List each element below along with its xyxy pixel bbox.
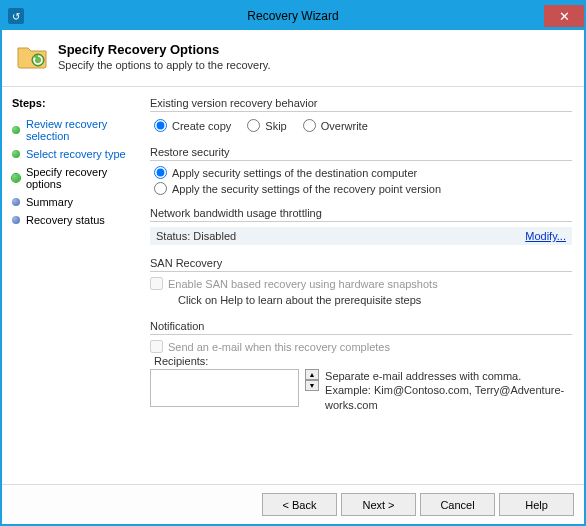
modify-link[interactable]: Modify...	[525, 230, 566, 242]
wizard-footer: < Back Next > Cancel Help	[2, 484, 584, 524]
radio-security-recovery-point[interactable]	[154, 182, 167, 195]
option-label: Apply the security settings of the recov…	[172, 183, 441, 195]
recipients-label: Recipients:	[154, 355, 572, 367]
steps-sidebar: Steps: Review recovery selection Select …	[2, 87, 144, 484]
step-bullet-icon	[12, 198, 20, 206]
step-bullet-icon	[12, 150, 20, 158]
page-header: Specify Recovery Options Specify the opt…	[2, 30, 584, 87]
group-title: Existing version recovery behavior	[150, 97, 572, 112]
page-subtitle: Specify the options to apply to the reco…	[58, 59, 271, 71]
recipients-spinner: ▲ ▼	[305, 369, 319, 391]
group-title: Notification	[150, 320, 572, 335]
step-bullet-icon	[12, 126, 20, 134]
radio-skip[interactable]	[247, 119, 260, 132]
option-security-recovery-point[interactable]: Apply the security settings of the recov…	[154, 182, 568, 195]
option-label: Send an e-mail when this recovery comple…	[168, 341, 390, 353]
step-bullet-icon	[12, 216, 20, 224]
step-bullet-icon	[12, 174, 20, 182]
group-title: Network bandwidth usage throttling	[150, 207, 572, 222]
option-label: Create copy	[172, 120, 231, 132]
titlebar: ↺ Recovery Wizard ✕	[2, 2, 584, 30]
option-create-copy[interactable]: Create copy	[154, 119, 231, 132]
recovery-folder-icon	[16, 40, 48, 72]
next-button[interactable]: Next >	[341, 493, 416, 516]
group-restore-security: Restore security Apply security settings…	[150, 146, 572, 195]
option-security-destination[interactable]: Apply security settings of the destinati…	[154, 166, 568, 179]
cancel-button[interactable]: Cancel	[420, 493, 495, 516]
group-title: SAN Recovery	[150, 257, 572, 272]
step-review-recovery-selection[interactable]: Review recovery selection	[12, 115, 138, 145]
checkbox-send-email	[150, 340, 163, 353]
checkbox-san-enable	[150, 277, 163, 290]
spinner-up-button[interactable]: ▲	[305, 369, 319, 380]
status-value: Disabled	[193, 230, 236, 242]
step-label: Select recovery type	[26, 148, 126, 160]
group-version-behavior: Existing version recovery behavior Creat…	[150, 97, 572, 134]
throttling-status-row: Status: Disabled Modify...	[150, 227, 572, 245]
option-label: Skip	[265, 120, 286, 132]
step-summary: Summary	[12, 193, 138, 211]
step-label: Summary	[26, 196, 73, 208]
recipients-hint: Separate e-mail addresses with comma. Ex…	[325, 369, 572, 412]
wizard-window: ↺ Recovery Wizard ✕ Specify Recovery Opt…	[0, 0, 586, 526]
option-label: Enable SAN based recovery using hardware…	[168, 278, 438, 290]
san-help-note: Click on Help to learn about the prerequ…	[150, 290, 572, 308]
group-notification: Notification Send an e-mail when this re…	[150, 320, 572, 412]
step-specify-recovery-options: Specify recovery options	[12, 163, 138, 193]
recipients-input[interactable]	[150, 369, 299, 407]
hint-line: Separate e-mail addresses with comma.	[325, 369, 572, 383]
group-san-recovery: SAN Recovery Enable SAN based recovery u…	[150, 257, 572, 308]
option-overwrite[interactable]: Overwrite	[303, 119, 368, 132]
window-title: Recovery Wizard	[2, 9, 584, 23]
option-skip[interactable]: Skip	[247, 119, 286, 132]
page-title: Specify Recovery Options	[58, 42, 271, 57]
step-recovery-status: Recovery status	[12, 211, 138, 229]
spinner-down-button[interactable]: ▼	[305, 380, 319, 391]
steps-heading: Steps:	[12, 97, 138, 109]
option-label: Overwrite	[321, 120, 368, 132]
radio-overwrite[interactable]	[303, 119, 316, 132]
group-title: Restore security	[150, 146, 572, 161]
option-label: Apply security settings of the destinati…	[172, 167, 417, 179]
content-pane: Existing version recovery behavior Creat…	[144, 87, 584, 484]
step-label: Recovery status	[26, 214, 105, 226]
hint-line: Example: Kim@Contoso.com, Terry@Adventur…	[325, 383, 572, 412]
radio-security-destination[interactable]	[154, 166, 167, 179]
step-label: Review recovery selection	[26, 118, 138, 142]
radio-create-copy[interactable]	[154, 119, 167, 132]
back-button[interactable]: < Back	[262, 493, 337, 516]
status-label: Status:	[156, 230, 190, 242]
step-label: Specify recovery options	[26, 166, 138, 190]
help-button[interactable]: Help	[499, 493, 574, 516]
option-san-enable: Enable SAN based recovery using hardware…	[150, 277, 572, 290]
group-throttling: Network bandwidth usage throttling Statu…	[150, 207, 572, 245]
option-send-email: Send an e-mail when this recovery comple…	[150, 340, 572, 353]
step-select-recovery-type[interactable]: Select recovery type	[12, 145, 138, 163]
